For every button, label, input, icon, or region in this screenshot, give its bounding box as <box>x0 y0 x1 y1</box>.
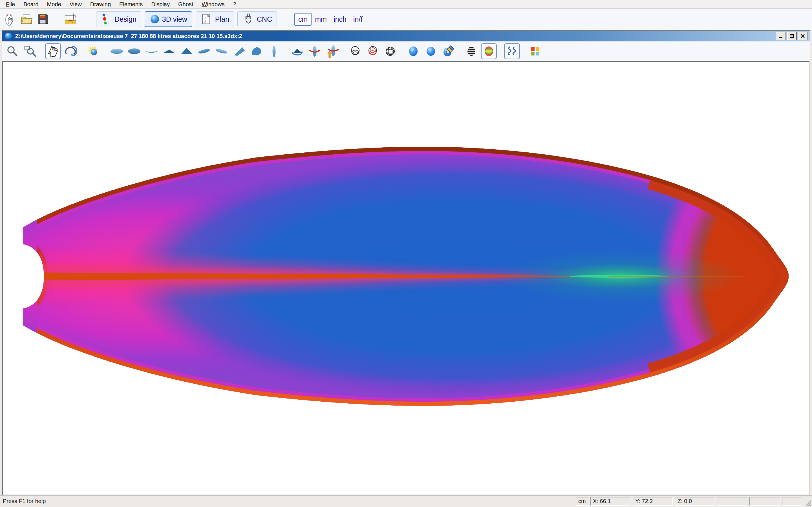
menu-windows[interactable]: Windows <box>197 0 229 8</box>
resize-grip[interactable] <box>804 498 811 507</box>
document-titlebar[interactable]: Z:\Users\dennery\Documents\ratisseuse 7 … <box>2 31 810 41</box>
unit-inch[interactable]: inch <box>330 15 350 23</box>
status-z-coordinate: Z: 0.0 <box>675 497 714 506</box>
rotate-front-icon[interactable] <box>289 43 305 59</box>
wireframe-sphere-icon[interactable] <box>347 43 363 59</box>
main-toolbar: 1 0 Design 3D view <box>0 8 812 30</box>
color-palette-icon[interactable] <box>527 43 543 59</box>
new-board-icon[interactable] <box>3 12 17 26</box>
light-icon[interactable] <box>86 43 101 59</box>
close-button[interactable] <box>798 32 808 40</box>
maximize-button[interactable] <box>787 32 797 40</box>
textured-sphere-icon[interactable] <box>441 43 456 59</box>
menu-file[interactable]: File <box>2 0 19 8</box>
view-front-flat-icon[interactable] <box>161 43 177 59</box>
zoom-icon[interactable] <box>4 43 20 59</box>
menu-elements[interactable]: Elements <box>115 0 147 8</box>
document-title: Z:\Users\dennery\Documents\ratisseuse 7 … <box>15 33 775 40</box>
menu-drawing[interactable]: Drawing <box>86 0 115 8</box>
unit-cm[interactable]: cm <box>294 13 312 25</box>
view-needle-icon[interactable] <box>266 43 282 59</box>
view-slant-icon[interactable] <box>231 43 247 59</box>
status-y-coordinate: Y: 72.2 <box>633 497 673 506</box>
status-panel-empty-3 <box>782 497 802 506</box>
document-icon <box>4 32 12 40</box>
board-curvature-render <box>3 62 809 495</box>
unit-mm[interactable]: mm <box>312 15 330 23</box>
status-panel-empty-2 <box>749 497 780 506</box>
menu-view[interactable]: View <box>65 0 86 8</box>
status-panel-empty-1 <box>717 497 747 506</box>
design-button[interactable]: Design <box>96 11 141 27</box>
symmetry-icon[interactable] <box>504 43 520 59</box>
zoom-window-icon[interactable] <box>22 43 38 59</box>
save-file-icon[interactable] <box>36 12 50 26</box>
plan-button[interactable]: Plan <box>196 11 234 27</box>
minimize-button[interactable] <box>776 32 786 40</box>
view-front-icon[interactable] <box>179 43 195 59</box>
menu-mode[interactable]: Mode <box>43 0 65 8</box>
3d-view-icon <box>150 14 160 24</box>
svg-text:1: 1 <box>67 21 68 24</box>
view-outline-icon[interactable] <box>249 43 264 59</box>
curvature-sphere-icon[interactable] <box>481 43 497 59</box>
status-unit: cm <box>576 497 588 506</box>
wireframe-sphere-red-icon[interactable] <box>365 43 380 59</box>
unit-inf[interactable]: in/f <box>350 15 366 23</box>
zebra-sphere-icon[interactable] <box>463 43 479 59</box>
shaded-sphere-light-icon[interactable] <box>423 43 439 59</box>
menu-bar: File Board Mode View Drawing Elements Di… <box>0 0 812 8</box>
dimensions-icon[interactable]: 1 0 <box>64 12 77 26</box>
status-bar: Press F1 for help cm X: 66.1 Y: 72.2 Z: … <box>0 495 812 507</box>
pan-icon[interactable] <box>45 43 61 59</box>
mesh-sphere-icon[interactable] <box>382 43 398 59</box>
view-toolbar <box>2 41 810 61</box>
3d-view-button[interactable]: 3D view <box>145 11 192 27</box>
plan-icon <box>200 13 213 25</box>
rotate-flip-icon[interactable] <box>324 43 340 59</box>
cnc-icon <box>242 13 255 25</box>
status-x-coordinate: X: 66.1 <box>591 497 630 506</box>
design-icon <box>101 13 112 25</box>
view-blade-right-icon[interactable] <box>214 43 230 59</box>
svg-text:0: 0 <box>71 21 73 24</box>
application-window: File Board Mode View Drawing Elements Di… <box>0 0 812 507</box>
menu-board[interactable]: Board <box>19 0 43 8</box>
view-blade-left-icon[interactable] <box>196 43 212 59</box>
rotate-3d-icon[interactable] <box>63 43 79 59</box>
status-help-text: Press F1 for help <box>0 498 576 504</box>
view-deck-icon[interactable] <box>109 43 124 59</box>
rotate-axis-icon[interactable] <box>307 43 322 59</box>
view-side-icon[interactable] <box>144 43 160 59</box>
cnc-button[interactable]: CNC <box>238 11 277 27</box>
view-bottom-icon[interactable] <box>126 43 142 59</box>
menu-ghost[interactable]: Ghost <box>174 0 197 8</box>
document-window: Z:\Users\dennery\Documents\ratisseuse 7 … <box>2 30 810 495</box>
board-3d-view[interactable] <box>2 61 810 495</box>
menu-help[interactable]: ? <box>229 0 240 8</box>
menu-display[interactable]: Display <box>147 0 174 8</box>
open-file-icon[interactable] <box>20 12 33 26</box>
shaded-sphere-icon[interactable] <box>405 43 421 59</box>
